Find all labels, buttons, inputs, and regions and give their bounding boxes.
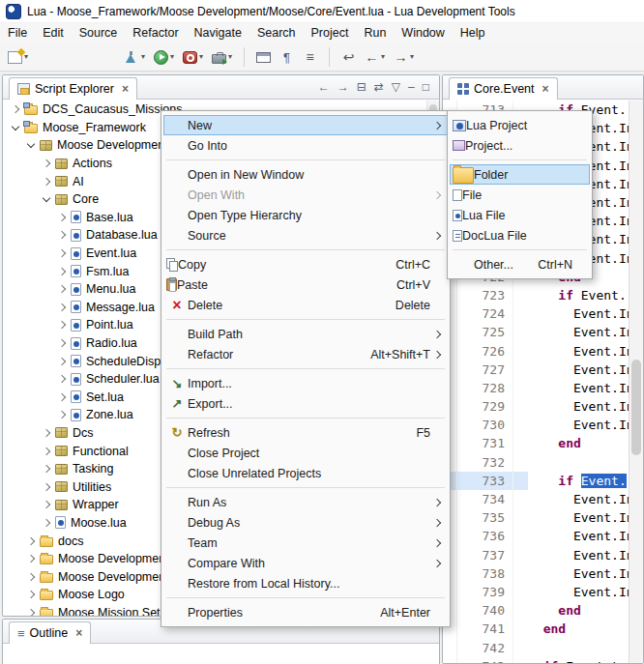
menu-item-build-path[interactable]: Build Path (163, 324, 448, 344)
code-line[interactable]: 731 end (443, 434, 629, 452)
menu-item-compare-with[interactable]: Compare With (163, 553, 448, 573)
dropdown-caret-icon[interactable]: ▾ (228, 53, 232, 61)
expander-icon[interactable] (24, 606, 38, 616)
menu-item-open-in-new-window[interactable]: Open in New Window (163, 164, 448, 185)
menu-search[interactable]: Search (249, 23, 304, 43)
expander-icon[interactable] (55, 211, 69, 224)
expander-icon[interactable] (55, 228, 69, 242)
expander-icon[interactable] (40, 157, 53, 170)
menu-run[interactable]: Run (356, 23, 394, 43)
menu-item-project[interactable]: Project... (450, 135, 590, 156)
show-whitespace-button[interactable] (277, 45, 297, 69)
menu-item-refactor[interactable]: RefactorAlt+Shift+T (163, 344, 448, 364)
menu-item-source[interactable]: Source (163, 225, 448, 245)
menu-item-run-as[interactable]: Run As (163, 492, 448, 512)
menu-item-go-into[interactable]: Go Into (163, 135, 448, 156)
tab-core-event[interactable]: Core.Event × (449, 77, 558, 100)
expander-icon[interactable] (55, 355, 69, 368)
menu-item-open-type-hierarchy[interactable]: Open Type Hierarchy (163, 205, 448, 225)
debug-button[interactable]: ▾ (122, 45, 148, 69)
code-line[interactable]: 725 Event.Ini (443, 323, 629, 341)
expander-icon[interactable] (55, 301, 69, 314)
expander-icon[interactable] (24, 552, 38, 565)
forward-button[interactable]: ▾ (391, 45, 417, 69)
code-line[interactable]: 727 Event.Ini (443, 361, 629, 379)
code-line[interactable]: 730 Event.Ini (443, 416, 629, 434)
menu-help[interactable]: Help (453, 23, 493, 43)
expander-icon[interactable] (24, 534, 38, 548)
menu-item-properties[interactable]: PropertiesAlt+Enter (163, 602, 448, 622)
expander-icon[interactable] (40, 498, 53, 511)
menu-project[interactable]: Project (304, 23, 357, 43)
expander-icon[interactable] (9, 121, 22, 134)
dropdown-caret-icon[interactable]: ▾ (170, 53, 174, 61)
menu-item-delete[interactable]: DeleteDelete (163, 295, 448, 315)
code-line[interactable]: 737 Event.Ini (443, 546, 629, 564)
dropdown-caret-icon[interactable]: ▾ (381, 53, 385, 61)
expander-icon[interactable] (40, 192, 53, 206)
code-line[interactable]: 742 (443, 638, 629, 656)
expander-icon[interactable] (55, 265, 69, 278)
view-forward-icon[interactable]: → (337, 81, 349, 93)
code-line[interactable]: 732 (443, 453, 629, 472)
back-button[interactable]: ▾ (362, 45, 388, 69)
dropdown-caret-icon[interactable]: ▾ (199, 53, 203, 61)
expander-icon[interactable] (55, 372, 69, 386)
maximize-icon[interactable]: □ (423, 81, 429, 93)
menu-file[interactable]: File (0, 23, 35, 43)
expander-icon[interactable] (9, 102, 22, 116)
expander-icon[interactable] (55, 408, 69, 421)
expander-icon[interactable] (55, 390, 69, 404)
menu-item-paste[interactable]: PasteCtrl+V (163, 274, 448, 295)
code-line[interactable]: 726 Event.Ini (443, 341, 629, 360)
dropdown-caret-icon[interactable]: ▾ (410, 53, 414, 61)
menu-refactor[interactable]: Refactor (125, 23, 186, 43)
menu-item-restore-from-local-history[interactable]: Restore from Local History... (163, 573, 448, 593)
code-line[interactable]: 735 Event.Ini (443, 508, 629, 527)
menu-item-team[interactable]: Team (163, 533, 448, 553)
menu-item-file[interactable]: File (450, 185, 590, 205)
menu-item-copy[interactable]: CopyCtrl+C (163, 254, 448, 274)
code-line[interactable]: 734 Event.Ini (443, 490, 629, 508)
collapse-all-icon[interactable]: ⊟ (357, 81, 366, 93)
code-line[interactable]: 723 if Event. (443, 286, 629, 304)
profile-button[interactable]: ▾ (180, 45, 206, 69)
expander-icon[interactable] (55, 246, 69, 260)
dropdown-caret-icon[interactable]: ▾ (141, 53, 145, 61)
expander-icon[interactable] (40, 480, 53, 494)
expander-icon[interactable] (55, 318, 69, 332)
menu-item-close-unrelated-projects[interactable]: Close Unrelated Projects (163, 463, 448, 483)
menu-item-other[interactable]: Other...Ctrl+N (450, 254, 590, 274)
tab-outline[interactable]: Outline × (9, 621, 91, 644)
menu-window[interactable]: Window (394, 23, 452, 43)
close-icon[interactable]: × (75, 626, 82, 640)
minimize-icon[interactable]: – (408, 81, 415, 93)
menu-item-import[interactable]: Import... (163, 373, 448, 393)
menu-navigate[interactable]: Navigate (187, 23, 249, 43)
expander-icon[interactable] (55, 282, 69, 296)
expander-icon[interactable] (40, 426, 53, 440)
expander-icon[interactable] (40, 445, 53, 458)
menu-item-doclua-file[interactable]: DocLua File (450, 225, 590, 245)
menu-item-lua-project[interactable]: Lua Project (450, 115, 590, 135)
menu-item-close-project[interactable]: Close Project (163, 443, 448, 463)
code-line[interactable]: 743 if Event.ta (443, 657, 629, 663)
run-button[interactable]: ▾ (151, 45, 177, 69)
last-edit-location-button[interactable] (338, 45, 359, 69)
view-menu-icon[interactable]: ▽ (392, 81, 400, 93)
code-line[interactable]: 724 Event.Ini (443, 304, 629, 323)
code-line[interactable]: 738 Event.Ini (443, 564, 629, 583)
code-line[interactable]: 729 Event.Ini (443, 397, 629, 416)
code-line[interactable]: 728 Event.Ini (443, 379, 629, 397)
expander-icon[interactable] (40, 175, 53, 188)
expander-icon[interactable] (24, 570, 38, 584)
open-element-button[interactable] (253, 45, 274, 69)
expander-icon[interactable] (40, 462, 53, 476)
expander-icon[interactable] (24, 588, 38, 601)
menu-item-export[interactable]: Export... (163, 393, 448, 414)
tab-script-explorer[interactable]: Script Explorer × (9, 77, 137, 100)
expander-icon[interactable] (40, 516, 53, 530)
external-tools-button[interactable]: ▾ (209, 45, 235, 69)
code-line[interactable]: 736 Event.Ini (443, 527, 629, 545)
code-line[interactable]: 739 Event.Ini (443, 583, 629, 601)
